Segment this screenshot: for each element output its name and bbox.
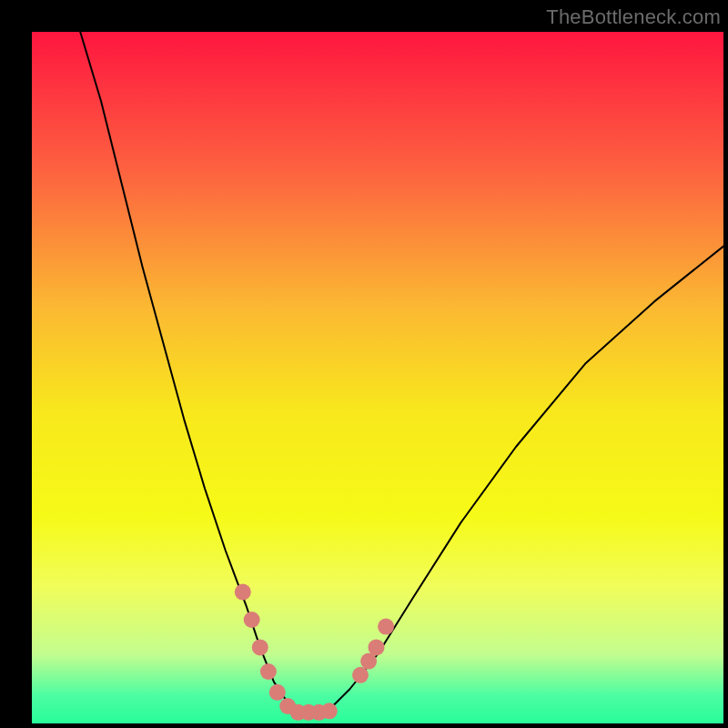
marker-right-cluster bbox=[368, 639, 384, 655]
series-bottleneck-curve bbox=[80, 32, 723, 713]
curve-layer bbox=[32, 32, 723, 723]
marker-right-cluster bbox=[360, 653, 377, 670]
marker-left-cluster bbox=[244, 612, 260, 628]
watermark-text: TheBottleneck.com bbox=[546, 5, 721, 29]
marker-left-cluster bbox=[252, 639, 268, 655]
marker-left-cluster bbox=[235, 584, 251, 601]
marker-right-cluster bbox=[352, 667, 369, 683]
marker-left-cluster bbox=[260, 663, 277, 680]
marker-left-cluster bbox=[269, 684, 286, 701]
plot-area bbox=[32, 32, 723, 723]
marker-left-cluster bbox=[321, 703, 338, 719]
marker-right-cluster bbox=[378, 619, 394, 635]
chart-frame: TheBottleneck.com bbox=[0, 0, 728, 728]
